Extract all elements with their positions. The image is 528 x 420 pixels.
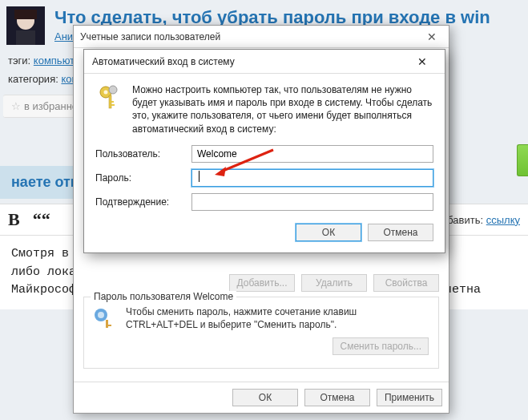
password-groupbox: Пароль пользователя Welcome Чтобы сменит… bbox=[83, 297, 439, 369]
add-link-link[interactable]: ссылку bbox=[486, 214, 520, 226]
remove-user-button: Удалить bbox=[301, 274, 367, 292]
add-user-button: Добавить... bbox=[229, 274, 295, 292]
svg-rect-12 bbox=[111, 101, 114, 103]
close-icon[interactable]: ✕ bbox=[421, 30, 442, 43]
password-input[interactable] bbox=[191, 169, 433, 187]
star-icon: ☆ bbox=[11, 100, 21, 112]
user-key-icon bbox=[92, 305, 118, 331]
auto-login-dialog: Автоматический вход в систему ✕ Можно на… bbox=[83, 49, 445, 253]
parent-ok-button[interactable]: ОК bbox=[232, 389, 298, 406]
svg-rect-7 bbox=[108, 325, 111, 326]
avatar bbox=[6, 6, 45, 45]
svg-rect-10 bbox=[109, 95, 111, 108]
close-icon[interactable]: ✕ bbox=[408, 53, 437, 71]
parent-apply-button[interactable]: Применить bbox=[377, 389, 442, 406]
svg-rect-6 bbox=[106, 320, 108, 328]
confirm-input[interactable] bbox=[191, 193, 433, 211]
username-input[interactable] bbox=[191, 145, 433, 163]
svg-point-9 bbox=[104, 91, 108, 95]
svg-rect-2 bbox=[14, 10, 37, 19]
username-label: Пользователь: bbox=[95, 148, 191, 160]
dialog-titlebar[interactable]: Учетные записи пользователей ✕ bbox=[74, 26, 449, 48]
upvote-badge[interactable] bbox=[517, 144, 528, 176]
parent-cancel-button[interactable]: Отмена bbox=[304, 389, 370, 406]
svg-rect-11 bbox=[111, 104, 115, 106]
password-label: Пароль: bbox=[95, 172, 191, 184]
svg-rect-3 bbox=[16, 30, 35, 45]
bold-button[interactable]: B bbox=[8, 209, 20, 230]
user-props-button: Свойства bbox=[373, 274, 439, 292]
quote-button[interactable]: ““ bbox=[33, 209, 50, 230]
dialog-titlebar[interactable]: Автоматический вход в систему ✕ bbox=[84, 50, 445, 74]
change-password-button: Сменить пароль... bbox=[333, 337, 429, 355]
confirm-label: Подтверждение: bbox=[95, 196, 191, 208]
cancel-button[interactable]: Отмена bbox=[368, 224, 433, 241]
svg-point-13 bbox=[109, 86, 117, 94]
svg-point-5 bbox=[98, 312, 104, 318]
keys-icon bbox=[95, 83, 124, 112]
ok-button[interactable]: ОК bbox=[296, 224, 361, 241]
